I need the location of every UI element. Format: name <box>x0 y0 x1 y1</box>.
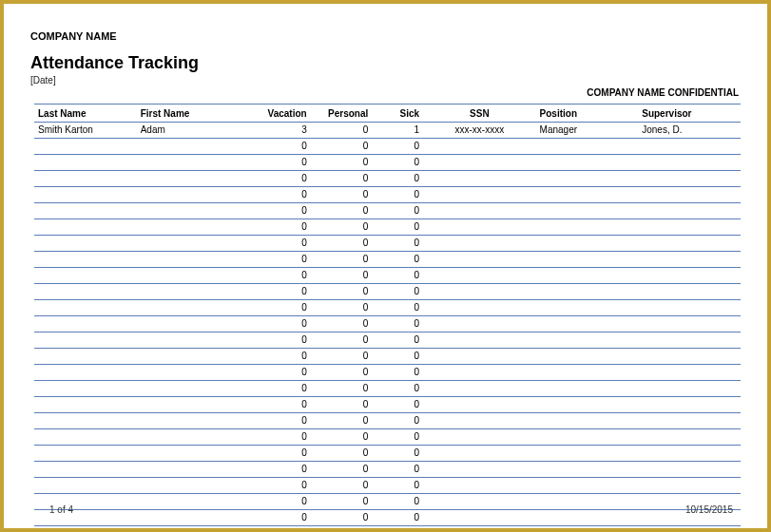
cell-vacation: 0 <box>249 381 311 397</box>
table-row: 000 <box>34 139 741 155</box>
cell-last-name <box>34 155 137 171</box>
cell-vacation: 0 <box>249 478 311 494</box>
cell-personal: 0 <box>311 268 373 284</box>
cell-supervisor <box>638 316 741 332</box>
cell-personal: 0 <box>311 316 373 332</box>
cell-last-name <box>34 236 137 252</box>
cell-sick: 0 <box>372 462 423 478</box>
cell-supervisor <box>638 139 741 155</box>
cell-personal: 0 <box>311 203 373 219</box>
cell-vacation: 0 <box>249 284 311 300</box>
attendance-table-wrap: Last Name First Name Vacation Personal S… <box>34 104 741 526</box>
cell-vacation: 0 <box>249 155 311 171</box>
cell-ssn <box>423 252 535 268</box>
cell-personal: 0 <box>311 155 373 171</box>
cell-personal: 0 <box>311 187 373 203</box>
cell-position <box>536 478 639 494</box>
cell-sick: 0 <box>372 187 423 203</box>
document-content: COMPANY NAME Attendance Tracking [Date] … <box>4 4 767 526</box>
cell-vacation: 0 <box>249 252 311 268</box>
cell-last-name <box>34 316 137 332</box>
cell-ssn <box>423 478 535 494</box>
cell-supervisor <box>638 155 741 171</box>
cell-last-name <box>34 171 137 187</box>
cell-first-name <box>137 203 249 219</box>
cell-last-name <box>34 300 137 316</box>
table-row: 000 <box>34 462 741 478</box>
table-row: 000 <box>34 203 741 219</box>
cell-position <box>536 397 639 413</box>
cell-ssn <box>423 236 535 252</box>
cell-first-name <box>137 300 249 316</box>
col-header-personal: Personal <box>311 104 373 123</box>
cell-sick: 0 <box>372 236 423 252</box>
cell-first-name <box>137 365 249 381</box>
cell-position <box>536 155 639 171</box>
table-row: Smith KartonAdam301xxx-xx-xxxxManagerJon… <box>34 123 741 139</box>
cell-last-name <box>34 462 137 478</box>
cell-supervisor <box>638 365 741 381</box>
cell-vacation: 0 <box>249 171 311 187</box>
confidential-label: COMPANY NAME CONFIDENTIAL <box>30 87 748 98</box>
cell-vacation: 0 <box>249 349 311 365</box>
cell-sick: 0 <box>372 300 423 316</box>
cell-ssn <box>423 332 535 349</box>
col-header-sick: Sick <box>372 104 423 123</box>
table-row: 000 <box>34 365 741 381</box>
cell-supervisor <box>638 446 741 462</box>
cell-ssn <box>423 284 535 300</box>
cell-position <box>536 187 639 203</box>
cell-personal: 0 <box>311 349 373 365</box>
cell-personal: 0 <box>311 284 373 300</box>
col-header-supervisor: Supervisor <box>638 104 741 123</box>
cell-vacation: 0 <box>249 462 311 478</box>
cell-sick: 0 <box>372 365 423 381</box>
cell-sick: 0 <box>372 381 423 397</box>
cell-sick: 0 <box>372 268 423 284</box>
cell-personal: 0 <box>311 365 373 381</box>
cell-last-name <box>34 252 137 268</box>
table-row: 000 <box>34 349 741 365</box>
cell-ssn <box>423 155 535 171</box>
cell-ssn <box>423 316 535 332</box>
cell-first-name <box>137 219 249 236</box>
cell-position <box>536 252 639 268</box>
cell-supervisor <box>638 413 741 429</box>
cell-first-name <box>137 413 249 429</box>
table-row: 000 <box>34 284 741 300</box>
cell-sick: 0 <box>372 478 423 494</box>
cell-personal: 0 <box>311 219 373 236</box>
cell-personal: 0 <box>311 252 373 268</box>
cell-personal: 0 <box>311 332 373 349</box>
cell-vacation: 0 <box>249 397 311 413</box>
cell-supervisor <box>638 349 741 365</box>
table-row: 000 <box>34 429 741 446</box>
cell-first-name <box>137 284 249 300</box>
cell-sick: 0 <box>372 429 423 446</box>
cell-ssn <box>423 187 535 203</box>
cell-supervisor: Jones, D. <box>638 123 741 139</box>
table-row: 000 <box>34 219 741 236</box>
table-row: 000 <box>34 300 741 316</box>
cell-personal: 0 <box>311 381 373 397</box>
cell-first-name <box>137 446 249 462</box>
cell-first-name <box>137 332 249 349</box>
cell-first-name <box>137 462 249 478</box>
col-header-vacation: Vacation <box>249 104 311 123</box>
cell-supervisor <box>638 397 741 413</box>
cell-last-name <box>34 332 137 349</box>
cell-position <box>536 300 639 316</box>
cell-supervisor <box>638 381 741 397</box>
cell-vacation: 0 <box>249 316 311 332</box>
col-header-last-name: Last Name <box>34 104 137 123</box>
cell-position <box>536 365 639 381</box>
cell-personal: 0 <box>311 139 373 155</box>
cell-position <box>536 349 639 365</box>
cell-last-name <box>34 381 137 397</box>
cell-last-name <box>34 187 137 203</box>
cell-sick: 0 <box>372 349 423 365</box>
cell-sick: 0 <box>372 397 423 413</box>
cell-supervisor <box>638 219 741 236</box>
cell-last-name: Smith Karton <box>34 123 137 139</box>
cell-supervisor <box>638 171 741 187</box>
